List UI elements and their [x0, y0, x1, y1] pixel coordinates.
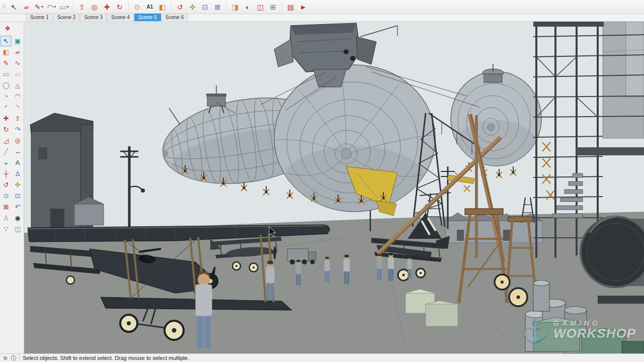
position-camera-button[interactable]: ♙: [1, 213, 12, 223]
position-camera-icon: ♙: [3, 214, 9, 222]
standard-views-button[interactable]: ⊞: [267, 1, 279, 13]
scale-tool-button[interactable]: ◿: [1, 135, 12, 146]
rotated-rectangle-tool-button[interactable]: ▱: [12, 69, 23, 79]
move-tool-button[interactable]: ✚: [1, 113, 12, 124]
line-icon: ✎: [4, 59, 9, 67]
select-tool-button[interactable]: ↖: [1, 36, 12, 46]
line-icon: ✎: [35, 4, 41, 11]
paint-bucket-icon: ◧: [3, 48, 9, 56]
rectangle-tool-button[interactable]: ▭: [1, 69, 12, 79]
zoom-window-icon: ⊡: [202, 4, 208, 11]
section-plane-tool-button[interactable]: ◫: [12, 224, 23, 234]
pan-icon: ✜: [15, 181, 21, 189]
move-tool-button[interactable]: ✚: [101, 1, 113, 13]
freehand-tool-button[interactable]: ∿: [12, 58, 23, 68]
toolbar-separator: [128, 2, 129, 13]
walk-icon: ∵: [4, 225, 8, 233]
scene-tab-3[interactable]: Scene 3: [80, 14, 107, 21]
arc-tool-button[interactable]: ◠: [12, 91, 23, 102]
viewport[interactable]: ⚓ GAMING WORKSHOP: [24, 22, 644, 353]
select-tool-button[interactable]: ↖: [8, 1, 20, 13]
scene-tab-6[interactable]: Scene 6: [162, 14, 188, 21]
text-tool-button[interactable]: A1: [144, 1, 156, 13]
paint-bucket-icon: ◧: [159, 4, 166, 11]
scene-tab-4[interactable]: Scene 4: [107, 14, 134, 21]
pan-tool-button[interactable]: ✜: [187, 1, 199, 13]
line-tool-button[interactable]: ✎: [1, 58, 12, 68]
line-tool-button[interactable]: ✎▾: [33, 1, 45, 13]
large-tool-set: ❖ ↖ ▣ ◧ ▰ ✎ ∿ ▭ ▱ ◯ ◬ ◔ ◠ ◜ ◝ ✚ ⇧ ↻ ↷ ◿ …: [0, 22, 24, 353]
push-pull-tool-button[interactable]: ⇧: [76, 1, 88, 13]
tape-measure-tool-button[interactable]: ╱: [1, 146, 12, 157]
protractor-tool-button[interactable]: ◒: [1, 157, 12, 168]
chevron-down-icon[interactable]: ▾: [54, 5, 56, 9]
paint-bucket-tool-button[interactable]: ◧: [156, 1, 169, 13]
airship-hull-right: [451, 71, 541, 166]
pan-tool-button[interactable]: ✜: [12, 179, 23, 190]
pie-tool-button[interactable]: ◔: [1, 91, 12, 102]
toolbar-separator: [171, 2, 172, 13]
protractor-icon: ◒: [4, 159, 8, 166]
info-icon[interactable]: ⓘ: [11, 355, 16, 361]
styles-button[interactable]: ◨: [229, 1, 242, 13]
previous-view-button[interactable]: ↶: [12, 202, 23, 212]
offset-tool-button[interactable]: ◎: [89, 1, 101, 13]
dimension-tool-button[interactable]: ↔: [12, 146, 23, 157]
polygon-icon: ◬: [15, 81, 20, 89]
make-component-button[interactable]: ▣: [12, 36, 23, 46]
chevron-down-icon[interactable]: ▾: [67, 5, 69, 9]
statusbar-divider: [19, 355, 20, 361]
scene-tab-2[interactable]: Scene 2: [53, 14, 80, 21]
scene-tab-1[interactable]: Scene 1: [26, 14, 53, 21]
zoom-window-tool-button[interactable]: ⊡: [199, 1, 211, 13]
circle-tool-button[interactable]: ◯: [1, 80, 12, 90]
zoom-window-icon: ⊡: [15, 192, 21, 200]
orbit-tool-button[interactable]: ↺: [1, 179, 12, 190]
paint-bucket-tool-button[interactable]: ◧: [1, 47, 12, 57]
rotate-tool-button[interactable]: ↻: [1, 124, 12, 135]
chevron-down-icon[interactable]: ▾: [41, 5, 43, 9]
zoom-extents-tool-button[interactable]: ⊠: [212, 1, 224, 13]
rectangle-icon: ▭: [3, 70, 9, 78]
follow-me-tool-button[interactable]: ↷: [12, 124, 23, 135]
push-pull-tool-button[interactable]: ⇧: [12, 113, 23, 124]
rotate-tool-button[interactable]: ↻: [114, 1, 126, 13]
eraser-tool-button[interactable]: ▰: [20, 1, 32, 13]
follow-me-icon: ↷: [15, 126, 21, 133]
text-a1-icon: A1: [146, 5, 153, 10]
pan-icon: ✜: [190, 4, 196, 11]
pie-icon: ◔: [4, 93, 8, 100]
viewport-3d-scene: [24, 22, 644, 353]
toolbar-drag-handle[interactable]: ⠿: [2, 4, 6, 10]
circle-icon: ◯: [3, 81, 10, 89]
toolbar-separator: [226, 2, 227, 13]
scene-tab-5[interactable]: Scene 5: [134, 14, 161, 21]
export-video-button[interactable]: ►: [297, 1, 309, 13]
arc-tool-button[interactable]: ◠▾: [45, 1, 57, 13]
export-image-button[interactable]: ▤: [285, 1, 297, 13]
look-around-button[interactable]: ◉: [12, 213, 23, 223]
top-toolbar: ⠿ ↖ ▰ ✎▾ ◠▾ ▭▾ ⇧ ◎ ✚ ↻ ⊙ A1 ◧ ↺ ✜ ⊡ ⊠ ◨ …: [0, 0, 644, 14]
shapes-tool-button[interactable]: ▭▾: [58, 1, 70, 13]
eraser-tool-button[interactable]: ▰: [12, 47, 23, 57]
zoom-window-tool-button[interactable]: ⊡: [12, 191, 23, 201]
offset-tool-button[interactable]: ◎: [12, 135, 23, 146]
two-point-arc-tool-button[interactable]: ◜: [1, 102, 12, 113]
text-tool-button[interactable]: A: [12, 157, 23, 168]
polygon-tool-button[interactable]: ◬: [12, 80, 23, 90]
axes-tool-button[interactable]: ┼: [1, 168, 12, 179]
move-icon: ✚: [4, 115, 9, 122]
three-point-arc-tool-button[interactable]: ◝: [12, 102, 23, 113]
zoom-tool-button[interactable]: ⊙: [131, 1, 143, 13]
text-icon: A: [16, 159, 20, 166]
docked-tool-button[interactable]: ❖: [2, 23, 13, 34]
section-plane-button[interactable]: ◫: [255, 1, 267, 13]
3d-text-tool-button[interactable]: Δ: [12, 168, 23, 179]
orbit-tool-button[interactable]: ↺: [174, 1, 186, 13]
walk-tool-button[interactable]: ∵: [1, 224, 12, 234]
zoom-extents-tool-button[interactable]: ⊠: [1, 202, 12, 212]
offset-icon: ◎: [15, 137, 20, 144]
shadows-button[interactable]: ◐: [242, 1, 254, 13]
geolocation-icon[interactable]: ⊕: [3, 355, 8, 361]
zoom-tool-button[interactable]: ⊙: [1, 191, 12, 201]
